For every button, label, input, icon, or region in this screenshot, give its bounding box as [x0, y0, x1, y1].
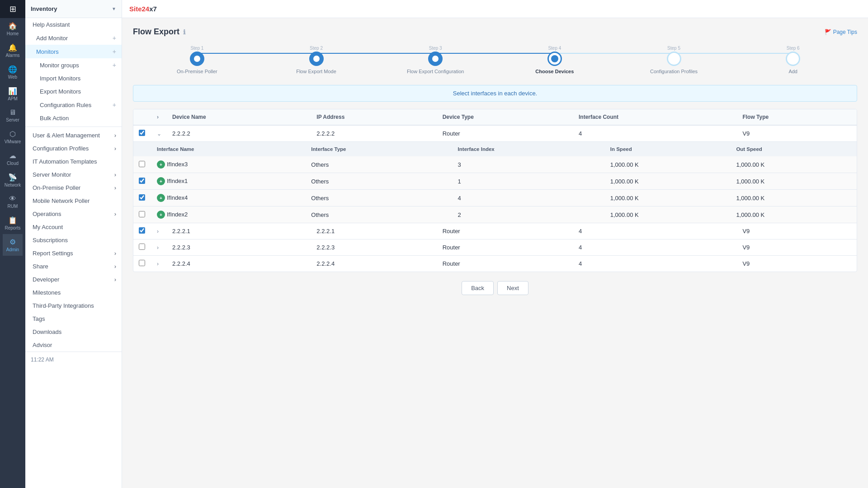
nav-icon-web[interactable]: 🌐Web: [3, 61, 23, 83]
sidebar-subscriptions[interactable]: Subscriptions: [25, 234, 122, 247]
sidebar-time: 11:22 AM: [25, 352, 122, 367]
nav-icon-server[interactable]: 🖥Server: [3, 105, 23, 126]
step-label-1: On-Premise Poller: [177, 69, 217, 74]
nav-icon-apm[interactable]: 📊APM: [3, 83, 23, 105]
content-area: Flow Export ℹ 🚩 Page Tips Step 1On-Premi…: [122, 18, 868, 488]
sidebar-monitor-groups[interactable]: Monitor groups +: [25, 58, 122, 72]
row-checkbox-3[interactable]: [139, 260, 145, 266]
row-expand-3[interactable]: ›: [157, 261, 159, 267]
cell-ip-0: 2.2.2.2: [311, 125, 437, 142]
sidebar-configuration-rules[interactable]: Configuration Rules +: [25, 98, 122, 112]
interface-status-icon: +: [157, 177, 165, 185]
sub-col-interface-name: Interface Name: [151, 142, 306, 156]
sidebar-my-account[interactable]: My Account: [25, 221, 122, 234]
row-checkbox-2[interactable]: [139, 244, 145, 250]
interface-status-icon: +: [157, 211, 165, 219]
apm-icon: 📊: [8, 87, 17, 95]
sidebar-mobile-network[interactable]: Mobile Network Poller: [25, 194, 122, 207]
nav-icon-alarms[interactable]: 🔔Alarms: [3, 40, 23, 61]
step-circle-4: [547, 52, 562, 66]
back-button[interactable]: Back: [462, 281, 494, 295]
nav-icon-home[interactable]: 🏠Home: [3, 18, 23, 40]
col-ip-address: IP Address: [311, 109, 437, 125]
inventory-arrow: ▼: [112, 6, 116, 11]
nav-icon-reports[interactable]: 📋Reports: [3, 212, 23, 234]
grid-icon: ⊞: [9, 4, 16, 14]
sidebar-help-assistant[interactable]: Help Assistant: [25, 18, 122, 31]
nav-icon-cloud[interactable]: ☁Cloud: [3, 148, 23, 169]
step-5: Step 5Configuration Profiles: [614, 46, 734, 74]
cell-device-name-3: 2.2.2.4: [167, 256, 311, 272]
operations-arrow: ›: [114, 211, 116, 217]
sidebar-downloads[interactable]: Downloads: [25, 325, 122, 338]
page-tips-flag-icon: 🚩: [825, 29, 831, 35]
sidebar-bulk-action[interactable]: Bulk Action: [25, 112, 122, 125]
sub-table-row-0: Interface Name Interface Type Interface …: [133, 142, 857, 223]
cell-flow-type-0: V9: [737, 125, 857, 142]
iface-checkbox-0-2[interactable]: [139, 194, 145, 201]
iface-checkbox-0-3[interactable]: [139, 211, 145, 217]
sidebar-advisor[interactable]: Advisor: [25, 338, 122, 352]
info-icon[interactable]: ℹ: [183, 28, 185, 36]
row-checkbox-0[interactable]: [139, 130, 145, 136]
cell-interface-count-3: 4: [573, 256, 737, 272]
page-tips-link[interactable]: 🚩 Page Tips: [825, 29, 857, 35]
sidebar-export-monitors[interactable]: Export Monitors: [25, 85, 122, 98]
sidebar-add-monitor[interactable]: Add Monitor +: [25, 31, 122, 45]
step-circle-3: [428, 52, 443, 66]
row-checkbox-1[interactable]: [139, 227, 145, 234]
app-logo-bar[interactable]: ⊞: [0, 0, 25, 18]
step-label-6: Add: [788, 69, 797, 74]
cell-device-name-1: 2.2.2.1: [167, 223, 311, 239]
col-device-type: Device Type: [437, 109, 573, 125]
nav-icon-vmware[interactable]: ⬡VMware: [3, 126, 23, 148]
cell-ip-1: 2.2.2.1: [311, 223, 437, 239]
sidebar-monitors[interactable]: Monitors +: [25, 45, 122, 58]
row-expand-0[interactable]: ⌄: [157, 131, 161, 137]
cell-interface-count-0: 4: [573, 125, 737, 142]
nav-icon-network[interactable]: 📡Network: [3, 169, 23, 191]
cell-flow-type-3: V9: [737, 256, 857, 272]
sidebar-share[interactable]: Share ›: [25, 260, 122, 273]
top-bar: Site24x7: [122, 0, 868, 18]
web-icon: 🌐: [8, 65, 17, 74]
sidebar-operations[interactable]: Operations ›: [25, 207, 122, 221]
sidebar-server-monitor[interactable]: Server Monitor ›: [25, 168, 122, 181]
server-icon: 🖥: [9, 108, 16, 117]
next-button[interactable]: Next: [497, 281, 528, 295]
home-icon: 🏠: [8, 22, 17, 30]
config-rules-add-icon: +: [113, 101, 116, 108]
interface-row: +IfIndex1 Others 1 1,000.00 K 1,000.00 K: [133, 173, 857, 190]
sidebar-report-settings[interactable]: Report Settings ›: [25, 247, 122, 260]
iface-checkbox-0-1[interactable]: [139, 178, 145, 184]
row-expand-2[interactable]: ›: [157, 244, 159, 251]
col-interface-count: Interface Count: [573, 109, 737, 125]
expand-all-chevron[interactable]: ›: [157, 114, 159, 120]
inventory-header[interactable]: Inventory ▼: [25, 0, 122, 18]
sidebar-user-alert[interactable]: User & Alert Management ›: [25, 129, 122, 142]
share-arrow: ›: [114, 263, 116, 270]
interface-row: +IfIndex4 Others 4 1,000.00 K 1,000.00 K: [133, 190, 857, 206]
sidebar-import-monitors[interactable]: Import Monitors: [25, 72, 122, 85]
action-buttons: Back Next: [133, 281, 857, 295]
iface-checkbox-0-0[interactable]: [139, 161, 145, 167]
cell-interface-count-2: 4: [573, 239, 737, 256]
sidebar-on-premise[interactable]: On-Premise Poller ›: [25, 181, 122, 194]
sidebar-it-automation[interactable]: IT Automation Templates: [25, 155, 122, 168]
sidebar-milestones[interactable]: Milestones: [25, 286, 122, 299]
col-flow-type: Flow Type: [737, 109, 857, 125]
sidebar-developer[interactable]: Developer ›: [25, 273, 122, 286]
sidebar-config-profiles[interactable]: Configuration Profiles ›: [25, 142, 122, 155]
nav-icon-rum[interactable]: 👁RUM: [3, 191, 23, 212]
nav-icon-admin[interactable]: ⚙Admin: [3, 234, 23, 256]
cell-ip-3: 2.2.2.4: [311, 256, 437, 272]
sidebar: Inventory ▼ Help Assistant Add Monitor +…: [25, 0, 122, 488]
row-expand-1[interactable]: ›: [157, 228, 159, 235]
table-row: › 2.2.2.4 2.2.2.4 Router 4 V9: [133, 256, 857, 272]
sidebar-tags[interactable]: Tags: [25, 312, 122, 325]
vmware-icon: ⬡: [9, 130, 16, 138]
sidebar-third-party[interactable]: Third-Party Integrations: [25, 299, 122, 312]
cell-device-name-0: 2.2.2.2: [167, 125, 311, 142]
interface-row: +IfIndex3 Others 3 1,000.00 K 1,000.00 K: [133, 156, 857, 173]
interface-row: +IfIndex2 Others 2 1,000.00 K 1,000.00 K: [133, 206, 857, 223]
